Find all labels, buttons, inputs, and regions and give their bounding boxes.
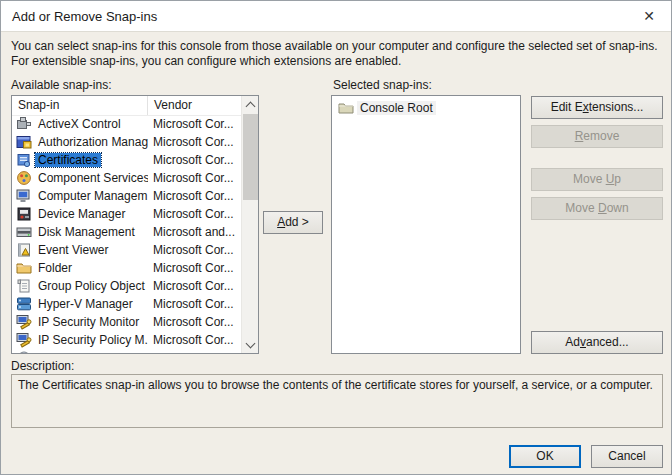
column-header-snapin[interactable]: Snap-in — [12, 96, 148, 115]
ok-button[interactable]: OK — [509, 445, 581, 468]
available-snapins-label: Available snap-ins: — [11, 78, 112, 92]
certificates-icon — [16, 152, 32, 168]
snapin-name: ActiveX Control — [35, 117, 124, 131]
scroll-down-icon[interactable] — [242, 336, 258, 353]
scrollbar-thumb[interactable] — [243, 114, 258, 200]
snapin-name: Hyper-V Manager — [35, 297, 136, 311]
snapin-row[interactable]: Group Policy Object ...Microsoft Cor... — [12, 277, 241, 295]
add-button[interactable]: Add > — [263, 211, 323, 234]
ip-security-policy-icon — [16, 332, 32, 348]
description-label: Description: — [11, 359, 74, 373]
snapin-name-cell: Component Services — [12, 170, 148, 186]
hyperv-manager-icon — [16, 296, 32, 312]
snapin-name: Link to Web Address — [35, 351, 148, 353]
snapin-vendor: Microsoft Cor... — [148, 351, 241, 353]
vertical-scrollbar[interactable] — [241, 96, 258, 353]
snapin-row[interactable]: IP Security MonitorMicrosoft Cor... — [12, 313, 241, 331]
snapin-row[interactable]: Device ManagerMicrosoft Cor... — [12, 205, 241, 223]
snapin-vendor: Microsoft Cor... — [148, 315, 241, 329]
snapin-name-cell: Hyper-V Manager — [12, 296, 148, 312]
window-title: Add or Remove Snap-ins — [12, 9, 157, 24]
ip-security-monitor-icon — [16, 314, 32, 330]
snapin-row[interactable]: IP Security Policy M...Microsoft Cor... — [12, 331, 241, 349]
snapin-vendor: Microsoft Cor... — [148, 297, 241, 311]
snapin-vendor: Microsoft Cor... — [148, 261, 241, 275]
snapin-row[interactable]: ActiveX ControlMicrosoft Cor... — [12, 115, 241, 133]
link-to-web-address-icon — [16, 350, 32, 353]
snapin-name: Group Policy Object ... — [35, 279, 148, 293]
selected-snapins-list: Console Root — [331, 95, 521, 354]
close-icon[interactable]: ✕ — [639, 6, 659, 26]
activex-control-icon — [16, 116, 32, 132]
component-services-icon — [16, 170, 32, 186]
folder-icon — [16, 260, 32, 276]
selected-snapin-item[interactable]: Console Root — [334, 98, 518, 117]
snapin-vendor: Microsoft Cor... — [148, 243, 241, 257]
remove-button[interactable]: Remove — [531, 125, 663, 148]
snapin-vendor: Microsoft Cor... — [148, 189, 241, 203]
edit-extensions-button[interactable]: Edit Extensions... — [531, 96, 663, 119]
snapin-vendor: Microsoft Cor... — [148, 171, 241, 185]
snapin-name-cell: Disk Management — [12, 224, 148, 240]
add-remove-snapins-dialog: Add or Remove Snap-ins ✕ You can select … — [0, 0, 672, 475]
intro-text: You can select snap-ins for this console… — [11, 39, 665, 69]
event-viewer-icon — [16, 242, 32, 258]
authorization-manager-icon — [16, 134, 32, 150]
selected-snapin-name: Console Root — [357, 101, 436, 115]
computer-management-icon — [16, 188, 32, 204]
disk-management-icon — [16, 224, 32, 240]
snapin-name-cell: Link to Web Address — [12, 350, 148, 353]
snapin-vendor: Microsoft Cor... — [148, 333, 241, 347]
move-up-button[interactable]: Move Up — [531, 168, 663, 191]
snapin-name-cell: Certificates — [12, 152, 148, 168]
snapin-name-cell: Device Manager — [12, 206, 148, 222]
snapin-name: Certificates — [35, 153, 101, 167]
snapin-row[interactable]: Disk ManagementMicrosoft and... — [12, 223, 241, 241]
snapin-name-cell: IP Security Policy M... — [12, 332, 148, 348]
console-root-folder-icon — [338, 100, 354, 116]
snapin-name-cell: Folder — [12, 260, 148, 276]
snapin-vendor: Microsoft Cor... — [148, 135, 241, 149]
group-policy-object-icon — [16, 278, 32, 294]
snapin-name: Component Services — [35, 171, 148, 185]
snapin-name-cell: Computer Managem... — [12, 188, 148, 204]
snapin-name-cell: IP Security Monitor — [12, 314, 148, 330]
snapin-row[interactable]: Link to Web AddressMicrosoft Cor... — [12, 349, 241, 353]
snapin-name: IP Security Monitor — [35, 315, 142, 329]
snapin-name: Event Viewer — [35, 243, 111, 257]
move-down-button[interactable]: Move Down — [531, 197, 663, 220]
snapin-name: Device Manager — [35, 207, 128, 221]
snapin-name-cell: Group Policy Object ... — [12, 278, 148, 294]
snapin-row[interactable]: FolderMicrosoft Cor... — [12, 259, 241, 277]
advanced-button[interactable]: Advanced... — [531, 331, 663, 354]
snapin-name: Folder — [35, 261, 75, 275]
device-manager-icon — [16, 206, 32, 222]
column-header-vendor[interactable]: Vendor — [148, 96, 241, 115]
snapin-name-cell: ActiveX Control — [12, 116, 148, 132]
cancel-button[interactable]: Cancel — [591, 445, 663, 468]
snapin-row[interactable]: Event ViewerMicrosoft Cor... — [12, 241, 241, 259]
snapin-vendor: Microsoft Cor... — [148, 153, 241, 167]
snapin-row[interactable]: Component ServicesMicrosoft Cor... — [12, 169, 241, 187]
snapin-vendor: Microsoft Cor... — [148, 279, 241, 293]
snapin-name-cell: Authorization Manager — [12, 134, 148, 150]
snapin-vendor: Microsoft Cor... — [148, 207, 241, 221]
snapin-name: Computer Managem... — [35, 189, 148, 203]
snapin-name: Authorization Manager — [35, 135, 148, 149]
snapin-row[interactable]: Computer Managem...Microsoft Cor... — [12, 187, 241, 205]
snapin-name: Disk Management — [35, 225, 138, 239]
selected-snapins-label: Selected snap-ins: — [333, 78, 432, 92]
titlebar: Add or Remove Snap-ins ✕ — [1, 1, 671, 32]
snapin-row[interactable]: Authorization ManagerMicrosoft Cor... — [12, 133, 241, 151]
list-header: Snap-in Vendor — [12, 96, 241, 116]
snapin-row[interactable]: CertificatesMicrosoft Cor... — [12, 151, 241, 169]
snapin-row[interactable]: Hyper-V ManagerMicrosoft Cor... — [12, 295, 241, 313]
scroll-up-icon[interactable] — [242, 96, 258, 113]
snapin-vendor: Microsoft and... — [148, 225, 241, 239]
snapin-name: IP Security Policy M... — [35, 333, 148, 347]
available-snapins-list: Snap-in Vendor ActiveX ControlMicrosoft … — [11, 95, 259, 354]
snapin-vendor: Microsoft Cor... — [148, 117, 241, 131]
snapin-name-cell: Event Viewer — [12, 242, 148, 258]
description-box: The Certificates snap-in allows you to b… — [11, 374, 663, 428]
